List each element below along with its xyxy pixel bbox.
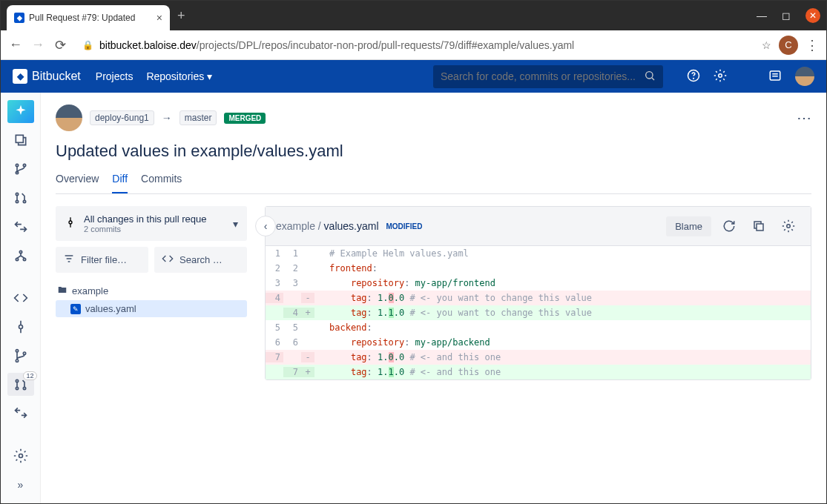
diff-line: 33 repository: my-app/frontend [266, 276, 811, 291]
builds-icon[interactable] [7, 402, 34, 425]
window-maximize-icon[interactable]: ◻ [782, 10, 791, 21]
svg-point-15 [19, 251, 22, 253]
changes-subtitle: 2 commits [84, 225, 225, 233]
diff-line: 4- tag: 1.0.0 # <- you want to change th… [266, 291, 811, 305]
nav-back-icon[interactable]: ← [8, 37, 23, 53]
clone-icon[interactable] [7, 129, 34, 152]
commit-icon [65, 216, 76, 231]
diff-panel: ‹ example / values.yaml MODIFIED Blame 1… [265, 206, 811, 380]
more-actions-icon[interactable]: ⋯ [797, 109, 811, 127]
fork-icon[interactable] [7, 244, 34, 267]
copy-icon[interactable] [747, 214, 771, 238]
tab-close-icon[interactable]: × [156, 12, 162, 24]
nav-forward-icon[interactable]: → [30, 37, 45, 53]
bitbucket-favicon: ◆ [14, 13, 24, 23]
chevron-down-icon: ▾ [207, 70, 212, 82]
diff-line: 55backend: [266, 320, 811, 335]
browser-toolbar: ← → ⟳ 🔒 bitbucket.baloise.dev/projects/D… [1, 30, 826, 60]
search-icon [644, 70, 656, 84]
svg-point-12 [16, 193, 18, 195]
diff-line: 22frontend: [266, 261, 811, 276]
status-badge: MERGED [224, 113, 266, 124]
refresh-icon[interactable] [717, 214, 741, 238]
user-avatar[interactable] [795, 67, 814, 86]
browser-menu-icon[interactable]: ⋮ [805, 37, 819, 53]
window-minimize-icon[interactable]: — [757, 10, 767, 21]
nav-repositories[interactable]: Repositories ▾ [146, 70, 212, 82]
commits-icon[interactable] [7, 315, 34, 338]
bookmark-star-icon[interactable]: ☆ [762, 39, 771, 51]
diff-body: 11# Example Helm values.yaml22frontend:3… [266, 246, 811, 379]
browser-tab[interactable]: ◆ Pull Request #79: Updated × [7, 5, 170, 30]
help-icon[interactable] [687, 69, 700, 84]
svg-rect-34 [757, 224, 763, 231]
collapse-sidebar-button[interactable]: ‹ [255, 216, 276, 236]
window-close-icon[interactable]: ✕ [805, 8, 820, 23]
page-title: Updated values in example/values.yaml [56, 142, 811, 161]
repo-sidebar: 12 » [1, 93, 41, 503]
svg-point-17 [23, 258, 25, 260]
address-bar[interactable]: 🔒 bitbucket.baloise.dev/projects/DPL/rep… [75, 39, 754, 51]
svg-point-4 [719, 73, 722, 77]
author-avatar[interactable] [56, 105, 82, 131]
project-icon[interactable] [7, 100, 34, 123]
create-pr-icon[interactable] [7, 187, 34, 210]
browser-profile-avatar[interactable]: C [779, 36, 798, 55]
svg-point-24 [16, 379, 18, 382]
nav-projects[interactable]: Projects [96, 70, 134, 82]
folder-row[interactable]: example [56, 282, 247, 300]
tab-commits[interactable]: Commits [141, 173, 182, 193]
create-branch-icon[interactable] [7, 158, 34, 181]
svg-point-35 [787, 225, 791, 228]
settings-icon[interactable] [7, 444, 34, 467]
nav-reload-icon[interactable]: ⟳ [53, 37, 67, 53]
bitbucket-logo[interactable]: ◆ Bitbucket [13, 69, 81, 84]
compare-icon[interactable] [7, 216, 34, 239]
filter-icon [63, 253, 75, 267]
svg-point-26 [23, 387, 25, 389]
tab-diff[interactable]: Diff [112, 173, 128, 193]
code-icon [162, 253, 174, 267]
svg-point-27 [19, 454, 22, 457]
gear-icon[interactable] [714, 69, 727, 84]
source-branch[interactable]: deploy-6ung1 [90, 110, 154, 125]
branches-icon[interactable] [7, 344, 34, 367]
pull-requests-icon[interactable]: 12 [7, 373, 34, 396]
changes-dropdown[interactable]: All changes in this pull reque 2 commits… [56, 206, 247, 241]
target-branch[interactable]: master [179, 110, 217, 125]
bitbucket-header: ◆ Bitbucket Projects Repositories ▾ [1, 60, 826, 93]
svg-point-13 [16, 200, 18, 202]
svg-point-14 [23, 200, 25, 202]
expand-sidebar-icon[interactable]: » [7, 473, 34, 496]
folder-name: example [72, 285, 108, 296]
source-icon[interactable] [7, 287, 34, 310]
search-files-button[interactable]: Search … [154, 247, 247, 273]
svg-point-18 [19, 325, 22, 328]
search-input[interactable] [441, 70, 638, 82]
modified-file-icon: ✎ [70, 304, 81, 314]
url-text: bitbucket.baloise.dev/projects/DPL/repos… [99, 39, 574, 51]
pr-count-badge: 12 [23, 371, 36, 380]
diff-line: 66 repository: my-app/backend [266, 335, 811, 350]
svg-point-0 [646, 71, 653, 78]
new-tab-button[interactable]: + [177, 8, 185, 24]
global-search[interactable] [433, 65, 663, 88]
file-breadcrumb: example / values.yaml [276, 220, 379, 232]
svg-line-1 [652, 78, 654, 80]
file-row[interactable]: ✎ values.yaml [56, 300, 247, 317]
svg-point-9 [16, 165, 18, 167]
window-titlebar: ◆ Pull Request #79: Updated × + — ◻ ✕ [1, 1, 826, 30]
diff-line: 4+ tag: 1.1.0 # <- you want to change th… [266, 305, 811, 320]
tab-overview[interactable]: Overview [56, 173, 99, 193]
svg-point-25 [16, 387, 18, 389]
brand-name: Bitbucket [32, 70, 81, 83]
svg-point-21 [16, 349, 18, 351]
blame-button[interactable]: Blame [666, 216, 711, 236]
diff-settings-icon[interactable] [777, 214, 800, 238]
filter-files-button[interactable]: Filter file… [56, 247, 148, 273]
diff-line: 7+ tag: 1.1.0 # <- and this one [266, 365, 811, 379]
modified-badge: MODIFIED [386, 222, 423, 231]
inbox-icon[interactable] [768, 69, 782, 84]
tab-title: Pull Request #79: Updated [29, 13, 152, 23]
chevron-down-icon: ▾ [233, 218, 238, 230]
